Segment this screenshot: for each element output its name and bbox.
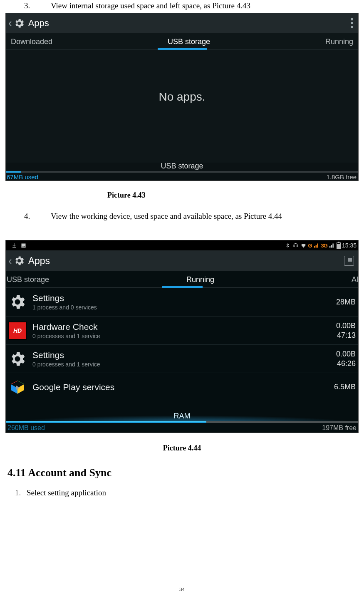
screenshot-443: ‹ Apps Downloaded USB storage Running No…: [5, 13, 359, 181]
app-subtitle: 0 processes and 1 service: [32, 333, 100, 339]
ram-used-text: 260MB used: [7, 424, 45, 432]
app-runtime: 46:26: [336, 359, 356, 368]
back-chevron-icon[interactable]: ‹: [8, 255, 12, 267]
storage-bar: USB storage 67MB used 1.8GB free: [6, 163, 358, 181]
image-icon: [20, 242, 27, 249]
tab-all[interactable]: Al: [351, 274, 358, 287]
app-name: Settings: [32, 293, 97, 303]
app-size: 28MB: [336, 298, 356, 307]
signal-3g-icon: [313, 242, 320, 249]
app-title: Apps: [28, 18, 49, 29]
ram-free-text: 197MB free: [322, 424, 357, 432]
caption-444: Picture 4.44: [7, 444, 357, 453]
ram-bar-used: [6, 421, 206, 423]
app-icon-play-services: [8, 378, 27, 396]
screenshot-444: G 3G 15:35 ‹ Apps USB storage Running Al…: [5, 240, 359, 433]
tab-downloaded[interactable]: Downloaded: [10, 36, 53, 49]
app-icon-settings: [8, 350, 27, 368]
tab-running[interactable]: Running: [324, 36, 354, 49]
tabs: Downloaded USB storage Running: [6, 33, 358, 50]
tabs: USB storage Running Al: [6, 271, 358, 288]
app-size: 0.00B: [336, 350, 356, 359]
instr-4-number: 4.: [24, 211, 51, 222]
app-runtime: 47:13: [336, 331, 356, 340]
app-subtitle: 1 process and 0 services: [32, 304, 97, 311]
storage-bar-label: USB storage: [161, 162, 203, 171]
show-cached-icon[interactable]: [344, 256, 354, 266]
download-icon: [11, 242, 17, 249]
section-title: 4.11 Account and Sync: [7, 467, 357, 479]
instruction-3: 3.View internal storage used space and l…: [24, 1, 357, 11]
ram-bar-label: RAM: [174, 412, 191, 420]
app-icon-hd: HD: [8, 322, 27, 340]
status-time: 15:35: [342, 242, 357, 249]
step-1-text: Select setting application: [27, 488, 106, 497]
tab-usb-storage[interactable]: USB storage: [6, 274, 50, 287]
app-icon-settings: [8, 293, 27, 311]
app-title: Apps: [28, 255, 50, 267]
network-3g-label: 3G: [321, 242, 327, 249]
headphones-icon: [292, 242, 299, 249]
status-bar: G 3G 15:35: [6, 240, 358, 250]
instr-3-text: View internal storage used space and lef…: [51, 1, 250, 10]
active-tab-underline: [162, 286, 203, 288]
caption-443: Picture 4.43: [107, 191, 357, 200]
list-item[interactable]: Settings 0 processes and 1 service 0.00B…: [6, 344, 358, 373]
app-name: Google Play services: [32, 382, 114, 392]
storage-free-text: 1.8GB free: [326, 173, 357, 181]
app-titlebar: ‹ Apps: [6, 13, 358, 33]
back-chevron-icon[interactable]: ‹: [8, 17, 12, 30]
app-titlebar: ‹ Apps: [6, 250, 358, 271]
app-size: 0.00B: [336, 322, 356, 330]
bluetooth-icon: [284, 242, 291, 249]
page-number: 34: [179, 586, 185, 593]
app-size: 6.5MB: [334, 383, 356, 391]
list-item[interactable]: HD Hardware Check 0 processes and 1 serv…: [6, 316, 358, 344]
empty-state-text: No apps.: [158, 90, 205, 104]
wifi-icon: [300, 242, 307, 249]
list-item[interactable]: Google Play services 6.5MB: [6, 373, 358, 401]
app-subtitle: 0 processes and 1 service: [32, 361, 100, 368]
storage-bar-bg: [6, 171, 358, 173]
settings-gear-icon: [13, 255, 25, 267]
ram-bar: RAM 260MB used 197MB free: [6, 413, 358, 433]
storage-used-text: 67MB used: [7, 173, 38, 181]
battery-icon: [337, 242, 341, 249]
app-name: Hardware Check: [32, 322, 100, 332]
signal-icon: [329, 242, 335, 249]
running-apps-list: Settings 1 process and 0 services 28MB H…: [6, 288, 358, 401]
storage-bar-used: [6, 171, 21, 173]
list-item[interactable]: Settings 1 process and 0 services 28MB: [6, 288, 358, 316]
app-name: Settings: [32, 350, 100, 360]
settings-gear-icon: [13, 17, 25, 29]
step-1-number: 1.: [15, 488, 27, 497]
step-list: 1.Select setting application: [15, 488, 357, 497]
active-tab-underline: [158, 48, 207, 50]
instr-4-text: View the working device, used space and …: [51, 212, 282, 220]
overflow-menu-icon[interactable]: [351, 18, 356, 28]
instruction-4: 4.View the working device, used space an…: [24, 211, 357, 222]
network-g-icon: G: [308, 242, 312, 249]
ram-bar-free: [206, 421, 358, 423]
instr-3-number: 3.: [24, 1, 51, 11]
